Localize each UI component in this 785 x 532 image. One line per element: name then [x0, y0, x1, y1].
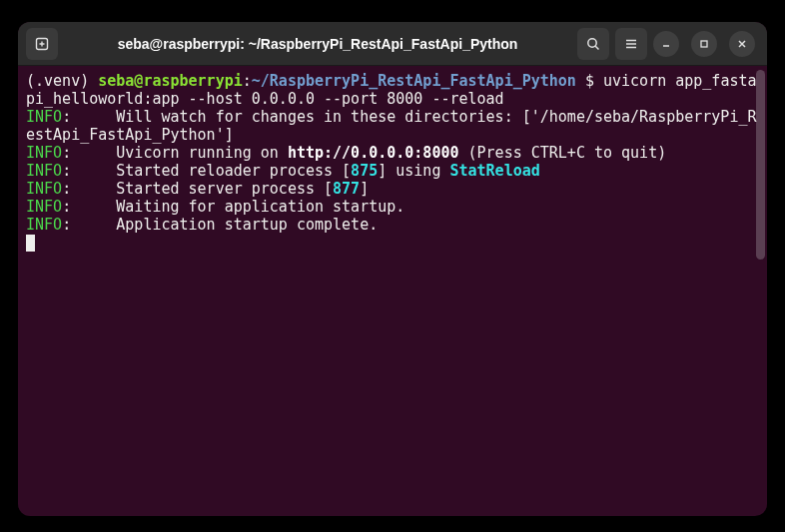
- log-text: : Started reloader process [: [62, 162, 351, 180]
- svg-rect-9: [701, 41, 707, 47]
- minimize-button[interactable]: [653, 31, 679, 57]
- log-level: INFO: [26, 144, 62, 162]
- cursor: [26, 235, 35, 252]
- svg-line-4: [595, 46, 598, 49]
- log-pid: 877: [333, 180, 360, 198]
- hamburger-icon: [623, 36, 639, 52]
- log-level: INFO: [26, 162, 62, 180]
- log-level: INFO: [26, 180, 62, 198]
- titlebar: seba@raspberrypi: ~/RaspberryPi_RestApi_…: [18, 22, 767, 66]
- prompt-user-host: seba@raspberrypi: [98, 72, 243, 90]
- search-icon: [585, 36, 601, 52]
- log-text: : Waiting for application startup.: [62, 198, 404, 216]
- log-text: : Started server process [: [62, 180, 333, 198]
- log-text: : Application startup complete.: [62, 216, 378, 234]
- close-icon: [736, 38, 748, 50]
- close-button[interactable]: [729, 31, 755, 57]
- window-title: seba@raspberrypi: ~/RaspberryPi_RestApi_…: [64, 36, 571, 52]
- prompt-path: ~/RaspberryPi_RestApi_FastApi_Python: [252, 72, 585, 90]
- prompt-dollar: $: [585, 72, 603, 90]
- log-text: : Uvicorn running on: [62, 144, 288, 162]
- new-tab-icon: [34, 36, 50, 52]
- maximize-button[interactable]: [691, 31, 717, 57]
- terminal-output[interactable]: (.venv) seba@raspberrypi:~/RaspberryPi_R…: [18, 66, 767, 516]
- log-text: : Will watch for changes in these direct…: [26, 108, 757, 144]
- log-text: ] using: [378, 162, 449, 180]
- maximize-icon: [698, 38, 710, 50]
- new-tab-button[interactable]: [26, 28, 58, 60]
- search-button[interactable]: [577, 28, 609, 60]
- terminal-window: seba@raspberrypi: ~/RaspberryPi_RestApi_…: [18, 22, 767, 516]
- log-url: http://0.0.0.0:8000: [288, 144, 459, 162]
- prompt-venv: (.venv): [26, 72, 98, 90]
- log-text: ]: [360, 180, 369, 198]
- log-text: (Press CTRL+C to quit): [459, 144, 667, 162]
- log-reloader: StatReload: [449, 162, 539, 180]
- log-level: INFO: [26, 198, 62, 216]
- log-level: INFO: [26, 216, 62, 234]
- log-pid: 875: [351, 162, 378, 180]
- scrollbar-thumb[interactable]: [756, 70, 765, 260]
- menu-button[interactable]: [615, 28, 647, 60]
- prompt-sep: :: [243, 72, 252, 90]
- svg-point-3: [588, 38, 596, 46]
- log-level: INFO: [26, 108, 62, 126]
- minimize-icon: [660, 38, 672, 50]
- window-controls: [653, 31, 759, 57]
